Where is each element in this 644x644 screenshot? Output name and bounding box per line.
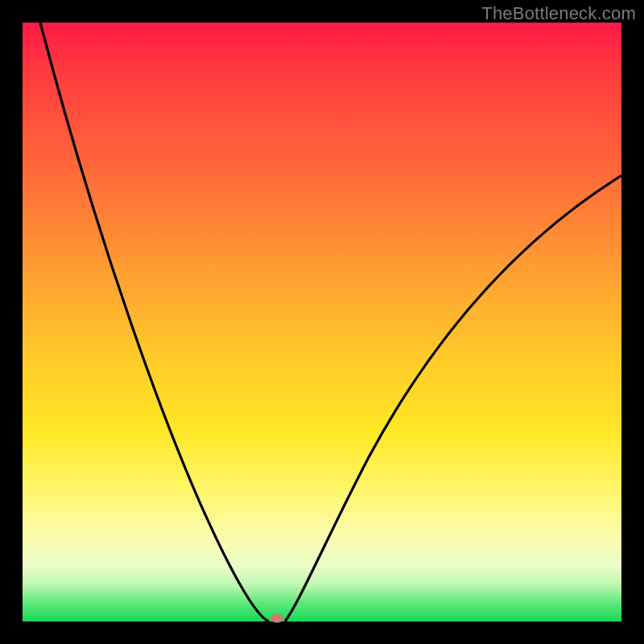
chart-frame: TheBottleneck.com bbox=[0, 0, 644, 644]
curve-right-branch bbox=[285, 175, 621, 621]
watermark-text: TheBottleneck.com bbox=[481, 3, 636, 24]
minimum-marker bbox=[271, 614, 283, 623]
curve-left-branch bbox=[40, 23, 269, 621]
plot-area bbox=[23, 23, 621, 621]
bottleneck-curve bbox=[23, 23, 621, 621]
